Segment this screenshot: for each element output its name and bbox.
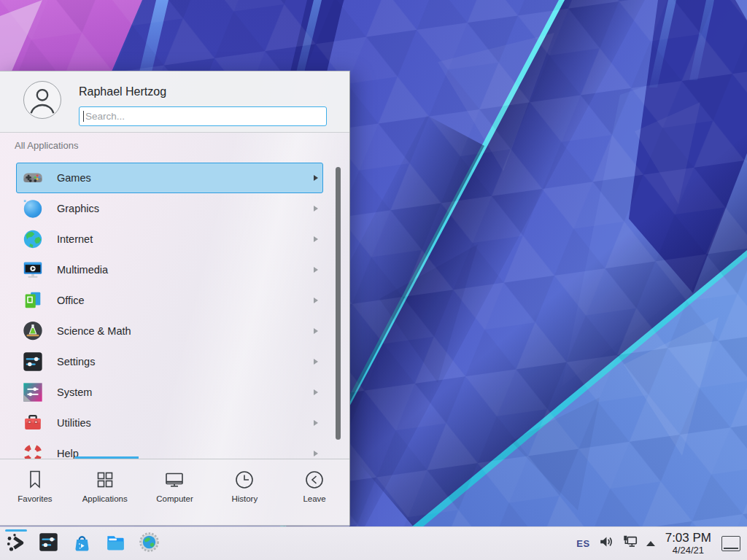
app-launcher-icon [5,532,27,556]
category-row-science-math[interactable]: Science & Math [16,316,323,346]
application-launcher-popup: Raphael Hertzog All Applications [0,71,350,526]
system-icon [22,381,44,403]
scrollbar[interactable] [336,167,341,440]
tab-leave[interactable]: Leave [279,459,349,526]
active-task-indicator [5,529,27,532]
taskbar-app-web-browser[interactable] [134,527,163,560]
app-launcher-button[interactable] [3,527,29,560]
multimedia-icon [22,259,44,281]
clock-date: 4/24/21 [673,545,704,556]
text-caret [83,111,84,122]
utilities-icon [22,412,44,434]
system-settings-icon [38,532,59,556]
taskbar-app-file-manager[interactable] [101,527,130,560]
launcher-footer-tabs: Favorites Applications [0,459,349,526]
tab-favorites[interactable]: Favorites [0,459,70,526]
favorites-icon [24,469,46,491]
category-row-help[interactable]: Help [16,438,323,459]
category-label: Graphics [57,203,314,214]
category-row-system[interactable]: System [16,377,323,408]
help-icon [22,443,44,459]
category-label: Settings [57,356,314,368]
system-tray: ES 7:03 PM 4/24/21 [576,532,747,555]
show-desktop-button[interactable] [721,536,740,551]
volume-icon[interactable] [598,534,614,553]
leave-icon [303,469,325,491]
taskbar-app-system-settings[interactable] [34,527,63,560]
user-avatar-icon [24,108,61,120]
chevron-right-icon [314,359,318,365]
category-label: System [57,386,314,398]
chevron-right-icon [314,236,318,242]
category-list: Games Graphics [0,163,349,459]
tab-label: Favorites [18,494,52,503]
network-icon[interactable] [622,534,638,553]
taskbar-app-discover[interactable] [67,527,96,560]
tab-computer[interactable]: Computer [140,459,210,526]
category-row-internet[interactable]: Internet [16,224,323,254]
chevron-right-icon [314,175,318,181]
tab-applications[interactable]: Applications [70,459,140,526]
user-name: Raphael Hertzog [79,85,166,98]
discover-icon [71,532,93,556]
chevron-right-icon [314,206,318,211]
category-label: Multimedia [57,264,314,276]
tab-label: Leave [303,494,325,503]
computer-icon [163,469,185,491]
category-row-multimedia[interactable]: Multimedia [16,254,323,285]
category-label: Games [57,172,314,184]
chevron-right-icon [314,328,318,334]
chevron-right-icon [314,389,318,395]
history-icon [233,469,255,491]
taskbar: ES 7:03 PM 4/24/21 [0,526,747,560]
chevron-right-icon [314,451,318,456]
category-label: Science & Math [57,325,314,337]
desktop: Raphael Hertzog All Applications [0,0,747,560]
internet-icon [22,228,44,250]
launcher-header: Raphael Hertzog [0,71,349,133]
category-row-games[interactable]: Games [16,163,323,193]
clock-time: 7:03 PM [665,532,711,545]
tab-label: Computer [156,494,193,503]
category-label: Office [57,295,314,306]
keyboard-layout-indicator[interactable]: ES [576,538,589,549]
category-row-utilities[interactable]: Utilities [16,408,323,438]
category-row-office[interactable]: Office [16,285,323,316]
chevron-right-icon [314,267,318,273]
games-icon [22,167,44,189]
category-label: Internet [57,233,314,245]
tab-history[interactable]: History [209,459,279,526]
active-tab-indicator [75,456,139,459]
section-label: All Applications [0,133,349,163]
office-icon [22,289,44,311]
category-row-settings[interactable]: Settings [16,346,323,377]
graphics-icon [22,198,44,219]
science-math-icon [22,320,44,342]
chevron-right-icon [314,298,318,303]
applications-icon [94,469,116,491]
category-row-graphics[interactable]: Graphics [16,193,323,224]
tab-label: Applications [82,494,128,503]
file-manager-icon [105,532,126,556]
category-label: Utilities [57,417,314,429]
web-browser-icon [139,532,160,556]
tab-label: History [231,494,258,503]
user-avatar[interactable] [23,81,61,119]
settings-icon [22,351,44,373]
chevron-right-icon [314,420,318,426]
search-input[interactable] [79,106,327,126]
digital-clock[interactable]: 7:03 PM 4/24/21 [665,532,711,555]
expand-tray-icon[interactable] [646,541,655,546]
